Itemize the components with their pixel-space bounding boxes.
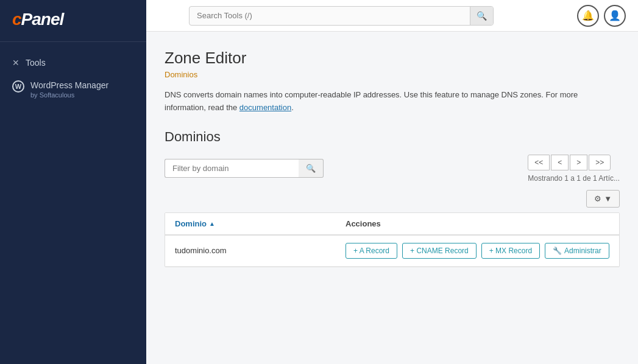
user-icon: 👤	[609, 10, 621, 21]
search-container: 🔍	[189, 6, 494, 26]
wordpress-icon: W	[12, 80, 24, 93]
bell-icon: 🔔	[582, 10, 594, 21]
cpanel-logo-text: cPanel	[12, 10, 134, 29]
tools-icon: ✕	[12, 58, 19, 68]
gear-icon: ⚙	[594, 194, 601, 203]
user-button[interactable]: 👤	[604, 5, 626, 27]
content-area: Zone Editor Dominios DNS converts domain…	[146, 32, 638, 364]
table-row: tudominio.com + A Record + CNAME Record …	[165, 236, 619, 267]
domain-cell: tudominio.com	[175, 246, 346, 255]
filter-input[interactable]	[165, 159, 299, 178]
mx-record-button[interactable]: + MX Record	[481, 243, 540, 259]
description-end: .	[291, 103, 294, 112]
softaculous-label: by Softaculous	[30, 91, 108, 99]
table-header: Dominio ▲ Acciones	[165, 213, 619, 236]
sort-arrow-icon: ▲	[209, 220, 215, 227]
page-title: Zone Editor	[165, 49, 620, 68]
filter-group: 🔍	[165, 159, 324, 178]
sidebar-tools-label: Tools	[26, 58, 46, 68]
breadcrumb: Dominios	[165, 70, 620, 79]
section-title: Dominios	[165, 129, 620, 145]
notifications-button[interactable]: 🔔	[577, 5, 599, 27]
sidebar-navigation: ✕ Tools W WordPress Manager by Softaculo…	[0, 42, 146, 115]
col-actions-header: Acciones	[346, 219, 609, 228]
pagination-and-showing: << < > >> Mostrando 1 a 1 de 1 Artíc...	[528, 155, 620, 183]
showing-text: Mostrando 1 a 1 de 1 Artíc...	[528, 174, 620, 183]
filter-row: 🔍 << < > >> Mostrando 1 a 1 de 1 Artíc..…	[165, 155, 620, 183]
pagination: << < > >>	[528, 155, 620, 170]
search-icon: 🔍	[477, 11, 487, 21]
documentation-link[interactable]: documentation	[239, 103, 291, 112]
col-domain-header[interactable]: Dominio ▲	[175, 219, 346, 228]
main-content: 🔍 🔔 👤 Zone Editor Dominios DNS converts …	[146, 0, 638, 364]
settings-row: ⚙ ▼	[165, 190, 620, 208]
administrar-button[interactable]: 🔧 Administrar	[545, 243, 609, 259]
settings-button[interactable]: ⚙ ▼	[586, 190, 620, 208]
topbar-icons: 🔔 👤	[577, 5, 626, 27]
sidebar-item-tools[interactable]: ✕ Tools	[0, 52, 146, 74]
sidebar-logo: cPanel	[0, 0, 146, 42]
cpanel-c: c	[12, 10, 21, 29]
domains-table: Dominio ▲ Acciones tudominio.com + A Rec…	[165, 212, 620, 267]
search-input[interactable]	[190, 7, 470, 24]
description-text: DNS converts domain names into computer-…	[165, 90, 578, 112]
wrench-icon: 🔧	[553, 247, 562, 255]
sidebar-item-wordpress-manager[interactable]: W WordPress Manager by Softaculous	[0, 74, 146, 105]
filter-search-button[interactable]: 🔍	[299, 159, 324, 178]
administrar-label: Administrar	[564, 247, 601, 255]
cname-record-button[interactable]: + CNAME Record	[402, 243, 477, 259]
a-record-button[interactable]: + A Record	[346, 243, 397, 259]
prev-page-button[interactable]: <	[551, 155, 569, 170]
last-page-button[interactable]: >>	[589, 155, 611, 170]
first-page-button[interactable]: <<	[528, 155, 550, 170]
actions-cell: + A Record + CNAME Record + MX Record 🔧 …	[346, 243, 609, 259]
search-button[interactable]: 🔍	[470, 7, 493, 25]
description: DNS converts domain names into computer-…	[165, 89, 620, 114]
sidebar: cPanel ✕ Tools W WordPress Manager by So…	[0, 0, 146, 364]
next-page-button[interactable]: >	[570, 155, 587, 170]
topbar: 🔍 🔔 👤	[146, 0, 638, 32]
filter-search-icon: 🔍	[306, 164, 316, 173]
wordpress-manager-label: WordPress Manager	[30, 80, 108, 91]
